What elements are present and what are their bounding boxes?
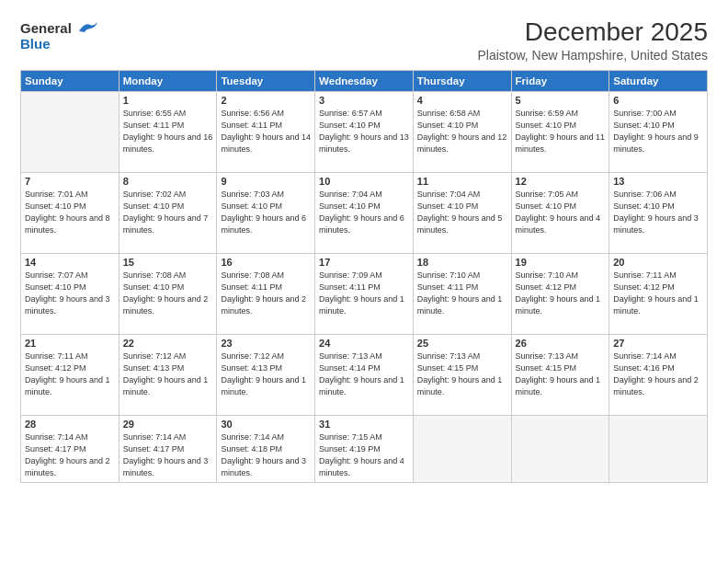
- day-info: Sunrise: 7:14 AMSunset: 4:17 PMDaylight:…: [123, 431, 213, 479]
- day-number: 15: [123, 257, 213, 268]
- day-number: 12: [516, 176, 606, 187]
- calendar-cell: 14Sunrise: 7:07 AMSunset: 4:10 PMDayligh…: [21, 253, 119, 334]
- day-info: Sunrise: 7:13 AMSunset: 4:14 PMDaylight:…: [319, 350, 409, 398]
- day-number: 13: [613, 176, 703, 187]
- day-info: Sunrise: 7:10 AMSunset: 4:12 PMDaylight:…: [516, 270, 606, 317]
- calendar-cell: [609, 415, 708, 482]
- day-number: 31: [319, 419, 409, 430]
- day-number: 22: [123, 338, 213, 349]
- day-info: Sunrise: 7:13 AMSunset: 4:15 PMDaylight:…: [417, 350, 507, 398]
- day-number: 8: [123, 176, 213, 187]
- calendar-cell: 4Sunrise: 6:58 AMSunset: 4:10 PMDaylight…: [413, 91, 511, 172]
- calendar-cell: 12Sunrise: 7:05 AMSunset: 4:10 PMDayligh…: [511, 172, 609, 253]
- header-saturday: Saturday: [609, 70, 708, 91]
- calendar-cell: 24Sunrise: 7:13 AMSunset: 4:14 PMDayligh…: [315, 334, 414, 415]
- day-info: Sunrise: 7:10 AMSunset: 4:11 PMDaylight:…: [417, 270, 507, 317]
- day-number: 30: [221, 419, 311, 430]
- day-number: 23: [221, 338, 311, 349]
- calendar-cell: 2Sunrise: 6:56 AMSunset: 4:11 PMDaylight…: [217, 91, 315, 172]
- calendar-table: Sunday Monday Tuesday Wednesday Thursday…: [20, 70, 708, 483]
- calendar-cell: 1Sunrise: 6:55 AMSunset: 4:11 PMDaylight…: [119, 91, 217, 172]
- day-info: Sunrise: 7:02 AMSunset: 4:10 PMDaylight:…: [123, 189, 213, 236]
- calendar-cell: 21Sunrise: 7:11 AMSunset: 4:12 PMDayligh…: [21, 334, 119, 415]
- header-friday: Friday: [511, 70, 609, 91]
- day-info: Sunrise: 7:05 AMSunset: 4:10 PMDaylight:…: [516, 189, 606, 236]
- logo-bird-icon: [77, 20, 97, 33]
- weekday-header-row: Sunday Monday Tuesday Wednesday Thursday…: [21, 70, 708, 91]
- calendar-cell: [511, 415, 609, 482]
- day-number: 2: [221, 95, 311, 106]
- day-number: 11: [417, 176, 507, 187]
- calendar-cell: 20Sunrise: 7:11 AMSunset: 4:12 PMDayligh…: [609, 253, 708, 334]
- day-info: Sunrise: 7:11 AMSunset: 4:12 PMDaylight:…: [613, 270, 703, 317]
- calendar-cell: [21, 91, 119, 172]
- day-number: 19: [516, 257, 606, 268]
- day-info: Sunrise: 7:03 AMSunset: 4:10 PMDaylight:…: [221, 189, 311, 236]
- day-number: 3: [319, 95, 409, 106]
- day-info: Sunrise: 7:08 AMSunset: 4:11 PMDaylight:…: [221, 270, 311, 317]
- calendar-cell: 22Sunrise: 7:12 AMSunset: 4:13 PMDayligh…: [119, 334, 217, 415]
- calendar-cell: 31Sunrise: 7:15 AMSunset: 4:19 PMDayligh…: [315, 415, 414, 482]
- calendar-cell: 29Sunrise: 7:14 AMSunset: 4:17 PMDayligh…: [119, 415, 217, 482]
- calendar-cell: 13Sunrise: 7:06 AMSunset: 4:10 PMDayligh…: [609, 172, 708, 253]
- calendar-cell: 27Sunrise: 7:14 AMSunset: 4:16 PMDayligh…: [609, 334, 708, 415]
- day-info: Sunrise: 7:14 AMSunset: 4:18 PMDaylight:…: [221, 431, 311, 479]
- day-number: 4: [417, 95, 507, 106]
- day-info: Sunrise: 6:57 AMSunset: 4:10 PMDaylight:…: [319, 108, 409, 155]
- day-info: Sunrise: 7:09 AMSunset: 4:11 PMDaylight:…: [319, 270, 409, 317]
- calendar-cell: 17Sunrise: 7:09 AMSunset: 4:11 PMDayligh…: [315, 253, 414, 334]
- day-number: 17: [319, 257, 409, 268]
- day-number: 1: [123, 95, 213, 106]
- calendar-cell: 10Sunrise: 7:04 AMSunset: 4:10 PMDayligh…: [315, 172, 414, 253]
- day-info: Sunrise: 7:13 AMSunset: 4:15 PMDaylight:…: [516, 350, 606, 398]
- day-info: Sunrise: 7:01 AMSunset: 4:10 PMDaylight:…: [25, 189, 115, 236]
- logo-general-text: General: [20, 20, 72, 36]
- day-info: Sunrise: 7:11 AMSunset: 4:12 PMDaylight:…: [25, 350, 115, 398]
- day-number: 14: [25, 257, 115, 268]
- day-info: Sunrise: 6:59 AMSunset: 4:10 PMDaylight:…: [516, 108, 606, 155]
- day-info: Sunrise: 7:07 AMSunset: 4:10 PMDaylight:…: [25, 270, 115, 317]
- day-number: 7: [25, 176, 115, 187]
- day-info: Sunrise: 7:14 AMSunset: 4:16 PMDaylight:…: [613, 350, 703, 398]
- calendar-cell: 19Sunrise: 7:10 AMSunset: 4:12 PMDayligh…: [511, 253, 609, 334]
- calendar-cell: [413, 415, 511, 482]
- day-info: Sunrise: 6:56 AMSunset: 4:11 PMDaylight:…: [221, 108, 311, 155]
- day-number: 18: [417, 257, 507, 268]
- logo: General Blue: [20, 20, 97, 52]
- day-info: Sunrise: 6:55 AMSunset: 4:11 PMDaylight:…: [123, 108, 213, 155]
- day-info: Sunrise: 7:00 AMSunset: 4:10 PMDaylight:…: [613, 108, 703, 155]
- day-info: Sunrise: 7:15 AMSunset: 4:19 PMDaylight:…: [319, 431, 409, 479]
- page: General Blue December 2025 Plaistow, New…: [0, 0, 728, 563]
- calendar-title: December 2025: [477, 17, 708, 48]
- header-monday: Monday: [119, 70, 217, 91]
- day-number: 27: [613, 338, 703, 349]
- calendar-cell: 6Sunrise: 7:00 AMSunset: 4:10 PMDaylight…: [609, 91, 708, 172]
- calendar-cell: 30Sunrise: 7:14 AMSunset: 4:18 PMDayligh…: [217, 415, 315, 482]
- header-wednesday: Wednesday: [315, 70, 414, 91]
- calendar-cell: 9Sunrise: 7:03 AMSunset: 4:10 PMDaylight…: [217, 172, 315, 253]
- calendar-cell: 5Sunrise: 6:59 AMSunset: 4:10 PMDaylight…: [511, 91, 609, 172]
- calendar-cell: 8Sunrise: 7:02 AMSunset: 4:10 PMDaylight…: [119, 172, 217, 253]
- day-number: 25: [417, 338, 507, 349]
- day-info: Sunrise: 7:14 AMSunset: 4:17 PMDaylight:…: [25, 431, 115, 479]
- day-info: Sunrise: 7:12 AMSunset: 4:13 PMDaylight:…: [123, 350, 213, 398]
- header-sunday: Sunday: [21, 70, 119, 91]
- header-tuesday: Tuesday: [217, 70, 315, 91]
- day-number: 6: [613, 95, 703, 106]
- calendar-cell: 16Sunrise: 7:08 AMSunset: 4:11 PMDayligh…: [217, 253, 315, 334]
- day-info: Sunrise: 6:58 AMSunset: 4:10 PMDaylight:…: [417, 108, 507, 155]
- calendar-cell: 25Sunrise: 7:13 AMSunset: 4:15 PMDayligh…: [413, 334, 511, 415]
- day-number: 28: [25, 419, 115, 430]
- day-number: 20: [613, 257, 703, 268]
- day-number: 26: [516, 338, 606, 349]
- day-info: Sunrise: 7:04 AMSunset: 4:10 PMDaylight:…: [319, 189, 409, 236]
- header-thursday: Thursday: [413, 70, 511, 91]
- day-number: 29: [123, 419, 213, 430]
- calendar-cell: 26Sunrise: 7:13 AMSunset: 4:15 PMDayligh…: [511, 334, 609, 415]
- calendar-cell: 11Sunrise: 7:04 AMSunset: 4:10 PMDayligh…: [413, 172, 511, 253]
- calendar-cell: 28Sunrise: 7:14 AMSunset: 4:17 PMDayligh…: [21, 415, 119, 482]
- calendar-location: Plaistow, New Hampshire, United States: [477, 48, 708, 63]
- calendar-cell: 7Sunrise: 7:01 AMSunset: 4:10 PMDaylight…: [21, 172, 119, 253]
- day-number: 16: [221, 257, 311, 268]
- day-number: 10: [319, 176, 409, 187]
